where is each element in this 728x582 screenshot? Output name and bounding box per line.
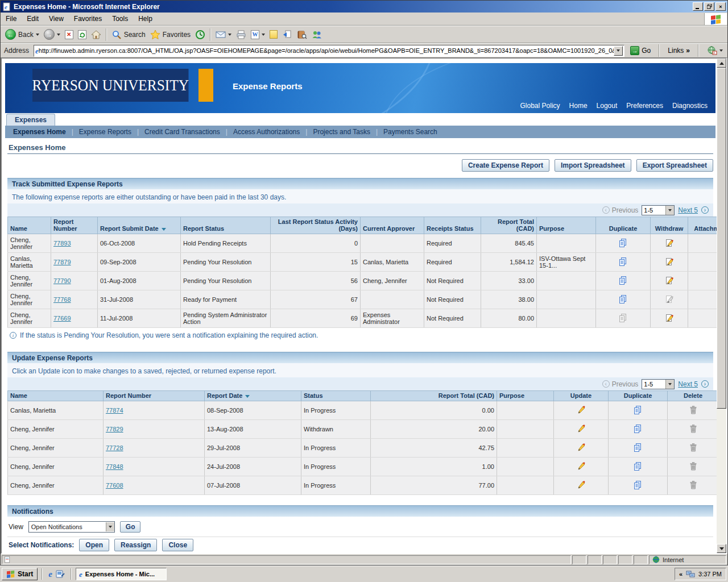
cell-duplicate[interactable] [596, 234, 651, 253]
cell-withdraw[interactable] [651, 253, 688, 272]
mail-dropdown-icon[interactable] [228, 34, 231, 36]
research-button[interactable] [295, 28, 309, 41]
cell-delete[interactable] [668, 458, 717, 476]
cell-withdraw[interactable] [651, 234, 688, 253]
report-number-link[interactable]: 77879 [53, 259, 71, 265]
forward-dropdown-icon[interactable] [57, 34, 60, 36]
update-pencil-icon[interactable] [576, 461, 586, 471]
mail-button[interactable] [213, 28, 234, 41]
refresh-button[interactable] [76, 29, 89, 40]
menu-help[interactable]: Help [133, 13, 158, 25]
duplicate-icon[interactable] [633, 443, 643, 452]
scroll-thumb[interactable] [717, 68, 726, 409]
nav-item-payments-search[interactable]: Payments Search [378, 128, 443, 136]
history-button[interactable] [193, 28, 208, 41]
withdraw-icon[interactable] [664, 276, 675, 285]
update-pencil-icon[interactable] [576, 405, 586, 415]
report-number-link[interactable]: 77829 [106, 426, 123, 433]
home-button[interactable] [89, 28, 104, 41]
back-dropdown-icon[interactable] [36, 34, 39, 36]
duplicate-icon[interactable] [618, 294, 628, 304]
cell-delete[interactable] [668, 420, 717, 439]
global-link-preferences[interactable]: Preferences [626, 102, 663, 110]
global-link-diagnostics[interactable]: Diagnostics [672, 102, 708, 110]
scroll-down-button[interactable] [717, 544, 726, 553]
close-button[interactable]: × [715, 2, 726, 11]
duplicate-icon[interactable] [633, 480, 643, 490]
messenger-button[interactable] [309, 28, 324, 41]
scroll-up-button[interactable] [717, 59, 726, 68]
cell-update[interactable] [554, 420, 609, 439]
sort-desc-icon[interactable] [245, 395, 250, 398]
extension-dropdown-icon[interactable] [719, 49, 723, 52]
cell-delete[interactable] [668, 439, 717, 458]
global-link-home[interactable]: Home [569, 102, 588, 110]
export-spreadsheet-button[interactable]: Export Spreadsheet [636, 159, 713, 172]
track-range-select[interactable]: 1-5 [642, 205, 675, 215]
create-expense-report-button[interactable]: Create Expense Report [462, 159, 549, 172]
cell-duplicate[interactable] [609, 458, 668, 476]
duplicate-icon[interactable] [633, 424, 643, 434]
view-select[interactable]: Open Notifications [28, 521, 115, 533]
notifications-close-button[interactable]: Close [162, 539, 193, 551]
tray-clock[interactable]: 3:37 PM [698, 571, 722, 577]
cell-duplicate[interactable] [596, 253, 651, 272]
update-next-link[interactable]: Next 5 [678, 380, 698, 388]
track-next-icon[interactable]: › [701, 206, 709, 214]
report-number-link[interactable]: 77874 [106, 407, 123, 414]
search-button[interactable]: Search [109, 28, 148, 41]
delete-trash-icon[interactable] [689, 462, 698, 471]
cell-duplicate[interactable] [596, 272, 651, 290]
cell-duplicate[interactable] [596, 290, 651, 309]
sort-desc-icon[interactable] [162, 228, 166, 231]
cell-withdraw[interactable] [651, 272, 688, 290]
duplicate-icon[interactable] [633, 405, 643, 415]
global-link-global-policy[interactable]: Global Policy [520, 102, 560, 110]
address-url[interactable]: http://finuweb.admin.ryerson.ca:8007/OA_… [39, 47, 614, 54]
duplicate-icon[interactable] [618, 276, 628, 285]
update-pencil-icon[interactable] [576, 442, 586, 452]
cell-duplicate[interactable] [609, 401, 668, 420]
links-button[interactable]: Links» [665, 46, 693, 55]
report-number-link[interactable]: 77669 [53, 315, 71, 322]
delete-trash-icon[interactable] [689, 405, 698, 415]
report-number-link[interactable]: 77790 [53, 277, 71, 284]
cell-delete[interactable] [668, 476, 717, 495]
cell-update[interactable] [554, 439, 609, 458]
back-button[interactable]: ←Back [3, 28, 42, 41]
notes-button[interactable] [267, 29, 280, 40]
track-next-link[interactable]: Next 5 [678, 206, 698, 214]
report-number-link[interactable]: 77893 [53, 240, 71, 247]
nav-item-access-authorizations[interactable]: Access Authorizations [228, 128, 305, 136]
cell-withdraw[interactable] [651, 309, 688, 328]
cell-duplicate[interactable] [609, 420, 668, 439]
duplicate-icon[interactable] [618, 257, 628, 267]
nav-item-expenses-home[interactable]: Expenses Home [7, 128, 72, 136]
cell-duplicate[interactable] [609, 476, 668, 495]
network-tray-icon[interactable] [686, 569, 695, 579]
extension-button[interactable]: A [704, 45, 726, 56]
restore-button[interactable] [704, 2, 714, 11]
update-next-icon[interactable]: › [701, 380, 709, 388]
address-input[interactable]: e http://finuweb.admin.ryerson.ca:8007/O… [34, 45, 624, 57]
view-select-dropdown-icon[interactable] [106, 522, 114, 531]
menu-file[interactable]: File [1, 13, 22, 25]
send-document-button[interactable] [280, 28, 295, 41]
scroll-track[interactable] [717, 409, 726, 544]
stop-button[interactable]: ✕ [63, 29, 76, 40]
favorites-button[interactable]: Favorites [148, 28, 193, 41]
edit-dropdown-icon[interactable] [262, 34, 265, 36]
go-button[interactable]: →Go [627, 45, 653, 56]
global-link-logout[interactable]: Logout [597, 102, 618, 110]
tab-expenses[interactable]: Expenses [6, 114, 55, 126]
withdraw-icon[interactable] [664, 257, 675, 267]
report-number-link[interactable]: 77728 [106, 444, 123, 451]
cell-update[interactable] [554, 458, 609, 476]
duplicate-icon[interactable] [618, 238, 628, 248]
quick-launch-ie-icon[interactable]: e [48, 570, 52, 579]
tray-chevron-icon[interactable]: « [679, 571, 682, 577]
delete-trash-icon[interactable] [689, 443, 698, 452]
menu-tools[interactable]: Tools [107, 13, 133, 25]
update-range-select[interactable]: 1-5 [642, 379, 675, 389]
notifications-open-button[interactable]: Open [79, 539, 109, 551]
